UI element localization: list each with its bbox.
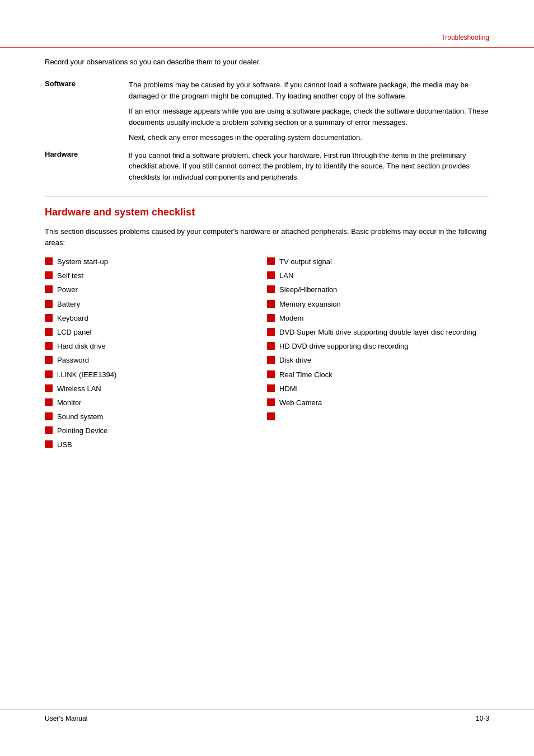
page-footer: User's Manual 10-3 bbox=[0, 710, 534, 722]
list-item: Modem bbox=[267, 313, 489, 323]
list-item-label: HD DVD drive supporting disc recording bbox=[279, 341, 408, 351]
section-title: Hardware and system checklist bbox=[45, 206, 489, 218]
list-item-label: TV output signal bbox=[279, 257, 332, 267]
list-item-label: i.LINK (IEEE1394) bbox=[57, 370, 116, 380]
bullet-icon bbox=[267, 257, 275, 265]
bullet-icon bbox=[45, 370, 53, 378]
info-row: HardwareIf you cannot find a software pr… bbox=[45, 147, 489, 186]
list-item-label: USB bbox=[57, 440, 72, 450]
list-item-label: Sleep/Hibernation bbox=[279, 285, 337, 295]
list-item-label: Wireless LAN bbox=[57, 384, 101, 394]
list-item: Sleep/Hibernation bbox=[267, 285, 489, 295]
list-item: Real Time Clock bbox=[267, 370, 489, 380]
list-item: TV output signal bbox=[267, 257, 489, 267]
breadcrumb: Troubleshooting bbox=[441, 34, 489, 41]
list-item-label: Disk drive bbox=[279, 355, 311, 365]
list-item-label: HDMI bbox=[279, 384, 298, 394]
list-item bbox=[267, 412, 489, 420]
footer-page-number: 10-3 bbox=[476, 715, 489, 722]
list-item: Battery bbox=[45, 299, 267, 309]
list-item: LCD panel bbox=[45, 327, 267, 337]
list-item: Power bbox=[45, 285, 267, 295]
list-item: Sound system bbox=[45, 412, 267, 422]
list-item: HDMI bbox=[267, 384, 489, 394]
bullet-icon bbox=[267, 271, 275, 279]
bullet-icon bbox=[45, 426, 53, 434]
info-row-text: The problems may be caused by your softw… bbox=[118, 76, 489, 147]
bullet-icon bbox=[45, 271, 53, 279]
info-row-label: Hardware bbox=[45, 147, 118, 162]
bullet-icon bbox=[45, 257, 53, 265]
intro-line: Record your observations so you can desc… bbox=[45, 58, 489, 66]
list-item-label: Battery bbox=[57, 299, 80, 309]
bullet-icon bbox=[267, 370, 275, 378]
list-item-label: Web Camera bbox=[279, 398, 322, 408]
list-item-label: Memory expansion bbox=[279, 299, 341, 309]
list-item: Disk drive bbox=[267, 355, 489, 365]
info-table: SoftwareThe problems may be caused by yo… bbox=[45, 76, 489, 186]
bullet-icon bbox=[45, 342, 53, 350]
page-header: Troubleshooting bbox=[0, 0, 534, 48]
bullet-icon bbox=[45, 412, 53, 420]
bullet-icon bbox=[267, 285, 275, 293]
bullet-icon bbox=[45, 356, 53, 364]
list-item-label: Password bbox=[57, 355, 89, 365]
bullet-icon bbox=[45, 300, 53, 308]
info-row-label: Software bbox=[45, 76, 118, 91]
list-item: Pointing Device bbox=[45, 426, 267, 436]
bullet-icon bbox=[45, 285, 53, 293]
list-item: USB bbox=[45, 440, 267, 450]
list-item: LAN bbox=[267, 271, 489, 281]
list-item: Memory expansion bbox=[267, 299, 489, 309]
section-intro: This section discusses problems caused b… bbox=[45, 226, 489, 248]
list-item-label: Power bbox=[57, 285, 78, 295]
list-item-label: Self test bbox=[57, 271, 83, 281]
list-item-label: System start-up bbox=[57, 257, 108, 267]
main-content: Record your observations so you can desc… bbox=[0, 58, 534, 454]
list-item: DVD Super Multi drive supporting double … bbox=[267, 327, 489, 337]
info-paragraph: If an error message appears while you ar… bbox=[129, 106, 489, 128]
bullet-icon bbox=[267, 300, 275, 308]
list-item-label: Sound system bbox=[57, 412, 103, 422]
page: Troubleshooting Record your observations… bbox=[0, 0, 534, 756]
list-item-label: Pointing Device bbox=[57, 426, 107, 436]
list-item: Self test bbox=[45, 271, 267, 281]
list-item: Password bbox=[45, 355, 267, 365]
info-row: SoftwareThe problems may be caused by yo… bbox=[45, 76, 489, 147]
bullet-icon bbox=[45, 398, 53, 406]
list-item: i.LINK (IEEE1394) bbox=[45, 370, 267, 380]
list-item-label: Modem bbox=[279, 313, 303, 323]
bullet-icon bbox=[45, 328, 53, 336]
info-paragraph: If you cannot find a software problem, c… bbox=[129, 150, 489, 183]
bullet-icon bbox=[267, 342, 275, 350]
list-item: System start-up bbox=[45, 257, 267, 267]
info-paragraph: The problems may be caused by your softw… bbox=[129, 79, 489, 101]
bullet-icon bbox=[267, 398, 275, 406]
list-item-label: Real Time Clock bbox=[279, 370, 332, 380]
footer-manual-label: User's Manual bbox=[45, 715, 87, 722]
checklist-columns: System start-upSelf testPowerBatteryKeyb… bbox=[45, 257, 489, 454]
bullet-icon bbox=[45, 440, 53, 448]
list-item: Monitor bbox=[45, 398, 267, 408]
list-item-label: DVD Super Multi drive supporting double … bbox=[279, 327, 476, 337]
info-row-text: If you cannot find a software problem, c… bbox=[118, 147, 489, 186]
list-item: Hard disk drive bbox=[45, 341, 267, 351]
list-item: Keyboard bbox=[45, 313, 267, 323]
bullet-icon bbox=[267, 384, 275, 392]
bullet-icon bbox=[267, 314, 275, 322]
list-item: Web Camera bbox=[267, 398, 489, 408]
list-item: HD DVD drive supporting disc recording bbox=[267, 341, 489, 351]
section-divider bbox=[45, 196, 489, 196]
bullet-icon bbox=[45, 314, 53, 322]
list-item-label: Monitor bbox=[57, 398, 81, 408]
list-item-label: LAN bbox=[279, 271, 293, 281]
checklist-right-col: TV output signalLANSleep/HibernationMemo… bbox=[267, 257, 489, 454]
list-item-label: Hard disk drive bbox=[57, 341, 106, 351]
bullet-icon bbox=[267, 412, 275, 420]
bullet-icon bbox=[267, 328, 275, 336]
list-item-label: LCD panel bbox=[57, 327, 91, 337]
bullet-icon bbox=[45, 384, 53, 392]
bullet-icon bbox=[267, 356, 275, 364]
checklist-left-col: System start-upSelf testPowerBatteryKeyb… bbox=[45, 257, 267, 454]
list-item: Wireless LAN bbox=[45, 384, 267, 394]
